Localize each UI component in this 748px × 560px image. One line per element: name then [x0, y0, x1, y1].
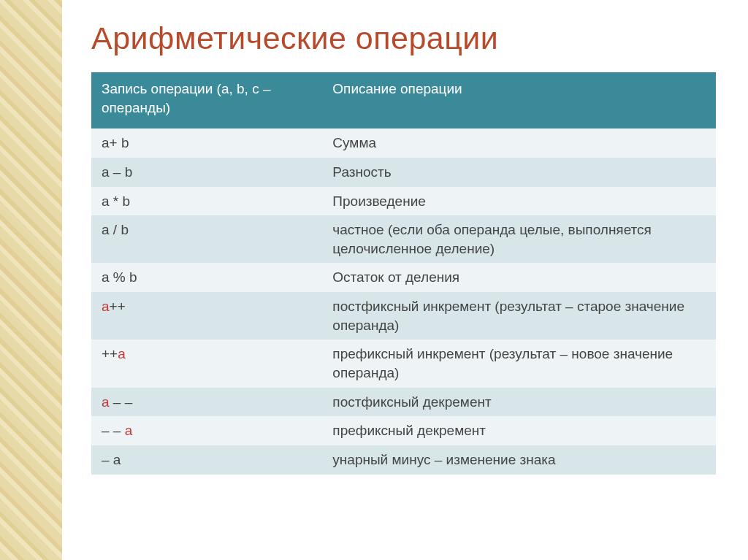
op-pre: a % b — [102, 269, 137, 285]
table-row: a++ постфиксный инкремент (результат – с… — [91, 292, 716, 340]
table-row: ++a префиксный инкремент (результат – но… — [91, 340, 716, 387]
table-row: a / b частное (если оба операнда целые, … — [91, 215, 716, 263]
op-post: ++ — [110, 299, 126, 314]
header-col-1: Запись операции (a, b, c – операнды) — [91, 72, 322, 129]
op-pre: a+ b — [102, 135, 129, 150]
op-pre: a * b — [102, 193, 130, 209]
op-pre: ++ — [102, 346, 118, 361]
table-row: – – a префиксный декремент — [91, 416, 716, 445]
table-row: a % b Остаток от деления — [91, 263, 716, 292]
op-desc: Произведение — [322, 187, 716, 216]
table-row: a+ b Сумма — [91, 129, 716, 158]
op-a: a — [118, 346, 126, 361]
op-desc: постфиксный декремент — [322, 388, 716, 417]
op-desc: префиксный инкремент (результат – новое … — [322, 340, 716, 387]
op-desc: унарный минус – изменение знака — [322, 445, 716, 475]
op-desc: постфиксный инкремент (результат – старо… — [322, 292, 716, 340]
op-desc: частное (если оба операнда целые, выполн… — [322, 215, 716, 263]
op-pre: – – — [102, 423, 125, 438]
op-a: a — [102, 394, 110, 410]
op-pre: a – b — [102, 164, 132, 180]
op-post: – – — [110, 394, 133, 410]
table-row: – a унарный минус – изменение знака — [91, 445, 716, 475]
op-pre: – a — [102, 452, 121, 467]
header-col-2: Описание операции — [322, 72, 716, 129]
table-row: a * b Произведение — [91, 187, 716, 216]
operations-table: Запись операции (a, b, c – операнды) Опи… — [91, 72, 716, 475]
op-desc: префиксный декремент — [322, 416, 716, 445]
op-desc: Сумма — [322, 129, 716, 158]
op-a: a — [125, 423, 133, 438]
table-row: a – – постфиксный декремент — [91, 388, 716, 417]
op-a: a — [102, 299, 110, 314]
slide-title: Арифметические операции — [91, 20, 716, 56]
op-pre: a / b — [102, 222, 129, 237]
slide-content: Арифметические операции Запись операции … — [62, 0, 748, 560]
op-desc: Разность — [322, 158, 716, 187]
table-row: a – b Разность — [91, 158, 716, 187]
op-desc: Остаток от деления — [322, 263, 716, 292]
decorative-sidebar — [0, 0, 62, 560]
